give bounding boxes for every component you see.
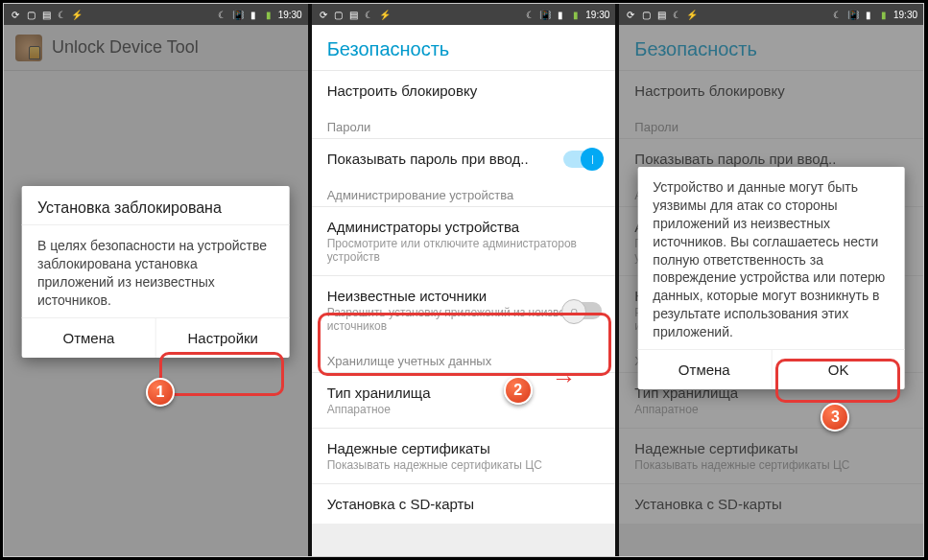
install-from-sd-item[interactable]: Установка с SD-карты <box>312 483 616 524</box>
phone-1: ⟳ ▢ ▤ ☾ ⚡ ☾ 📳 ▮ ▮ 19:30 Unlock Device To… <box>4 4 308 556</box>
step-badge-2: 2 <box>504 376 533 405</box>
sync-icon: ⟳ <box>318 9 329 20</box>
cancel-button[interactable]: Отмена <box>637 350 771 389</box>
signal-icon: ▮ <box>555 9 566 20</box>
app-header: Unlock Device Tool <box>4 25 308 71</box>
settings-header: Безопасность <box>312 25 616 70</box>
moon-icon: ☾ <box>217 9 228 20</box>
battery-icon: ▮ <box>263 9 274 20</box>
trusted-certs-item[interactable]: Надежные сертификаты Показывать надежные… <box>312 428 616 483</box>
sd-icon: ▤ <box>348 9 360 20</box>
app-title: Unlock Device Tool <box>52 37 199 58</box>
moon-icon: ☾ <box>524 9 535 20</box>
settings-header: Безопасность <box>619 25 923 70</box>
moon-icon: ☾ <box>56 9 67 20</box>
show-password-toggle[interactable] <box>563 151 602 168</box>
install-blocked-dialog: Установка заблокирована В целях безопасн… <box>22 186 290 358</box>
phone-2: ⟳ ▢ ▤ ☾ ⚡ ☾ 📳 ▮ ▮ 19:30 Безопасность Нас… <box>312 4 616 556</box>
lock-setup-item[interactable]: Настроить блокировку <box>619 70 923 110</box>
trusted-certs-item[interactable]: Надежные сертификаты Показывать надежные… <box>619 428 923 483</box>
device-admins-item[interactable]: Администраторы устройства Просмотрите ил… <box>312 206 616 275</box>
arrow-right-icon: → <box>552 363 577 393</box>
passwords-section: Пароли <box>619 110 923 138</box>
settings-button[interactable]: Настройки <box>155 318 290 358</box>
image-icon: ▢ <box>25 9 36 20</box>
passwords-section: Пароли <box>312 110 616 138</box>
admin-section: Администрирование устройства <box>312 178 616 206</box>
dialog-body: Устройство и данные могут быть уязвимы д… <box>637 167 905 349</box>
install-from-sd-item[interactable]: Установка с SD-карты <box>619 483 923 524</box>
moon-icon: ☾ <box>671 9 682 20</box>
confirm-unknown-dialog: Устройство и данные могут быть уязвимы д… <box>637 167 905 389</box>
status-time: 19:30 <box>585 10 609 20</box>
lock-setup-item[interactable]: Настроить блокировку <box>312 70 616 110</box>
step-badge-1: 1 <box>146 378 175 407</box>
screenshots-row: ⟳ ▢ ▤ ☾ ⚡ ☾ 📳 ▮ ▮ 19:30 Unlock Device To… <box>3 3 924 557</box>
dialog-title: Установка заблокирована <box>22 186 290 225</box>
sync-icon: ⟳ <box>625 9 636 20</box>
vibrate-icon: 📳 <box>232 9 244 20</box>
moon-icon: ☾ <box>364 9 375 20</box>
status-time: 19:30 <box>278 10 302 20</box>
status-bar: ⟳ ▢ ▤ ☾ ⚡ ☾ 📳 ▮ ▮ 19:30 <box>619 4 923 25</box>
status-bar: ⟳ ▢ ▤ ☾ ⚡ ☾ 📳 ▮ ▮ 19:30 <box>312 4 616 25</box>
signal-icon: ▮ <box>248 9 259 20</box>
moon-icon: ☾ <box>832 9 844 20</box>
cancel-button[interactable]: Отмена <box>22 318 155 358</box>
vibrate-icon: 📳 <box>847 9 859 20</box>
phone-3: ⟳ ▢ ▤ ☾ ⚡ ☾ 📳 ▮ ▮ 19:30 Безопасность Нас… <box>619 4 923 556</box>
unknown-sources-toggle[interactable] <box>563 302 602 319</box>
sd-icon: ▤ <box>40 9 52 20</box>
sd-icon: ▤ <box>655 9 667 20</box>
ok-button[interactable]: OK <box>771 350 905 389</box>
plug-icon: ⚡ <box>71 9 83 20</box>
plug-icon: ⚡ <box>379 9 391 20</box>
vibrate-icon: 📳 <box>539 9 551 20</box>
battery-icon: ▮ <box>570 9 582 20</box>
image-icon: ▢ <box>640 9 652 20</box>
status-time: 19:30 <box>893 10 917 20</box>
plug-icon: ⚡ <box>686 9 698 20</box>
dialog-body: В целях безопасности на устройстве забло… <box>22 225 290 317</box>
unknown-sources-item[interactable]: Неизвестные источники Разрешить установк… <box>312 275 616 344</box>
sync-icon: ⟳ <box>10 9 21 20</box>
signal-icon: ▮ <box>863 9 874 20</box>
image-icon: ▢ <box>333 9 345 20</box>
show-password-item[interactable]: Показывать пароль при ввод.. <box>312 138 616 178</box>
battery-icon: ▮ <box>878 9 890 20</box>
status-bar: ⟳ ▢ ▤ ☾ ⚡ ☾ 📳 ▮ ▮ 19:30 <box>4 4 308 25</box>
app-icon <box>15 35 42 61</box>
